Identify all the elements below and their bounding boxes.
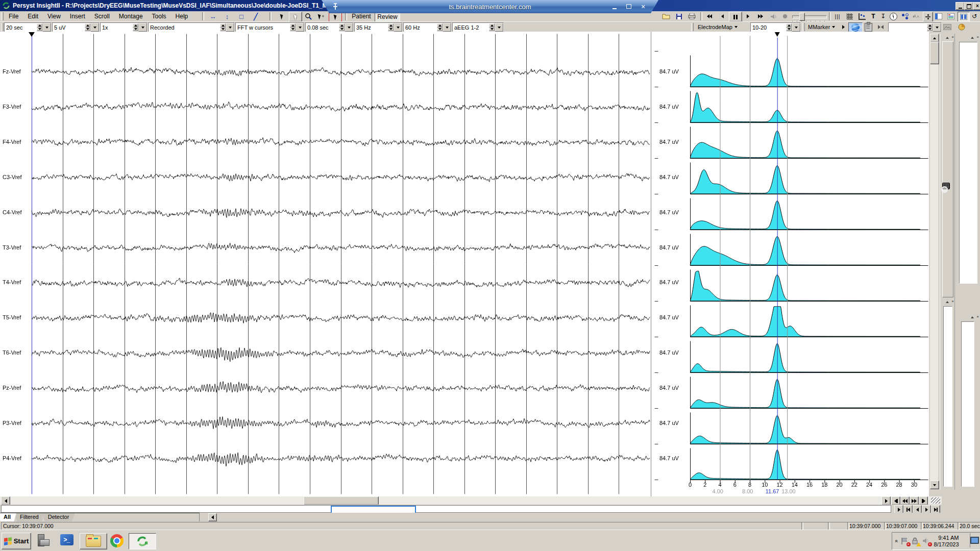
fft-spectra-canvas[interactable] [684,32,929,496]
menu-file[interactable]: File [4,11,23,21]
tray-volume-icon[interactable] [922,537,930,545]
scrollbar-thumb[interactable] [930,42,939,64]
menu-scroll[interactable]: Scroll [90,11,114,21]
drop-marker-button[interactable]: ↧ [878,12,888,21]
table-panel-button[interactable] [933,12,944,21]
speed-slider-track[interactable] [792,15,827,18]
dropdown-arrow-icon[interactable] [90,23,99,32]
tab-detector[interactable]: Detector [42,513,75,521]
pointer-tool-button[interactable] [276,12,288,21]
collapse-icon[interactable] [946,37,949,39]
low-filter-spinner[interactable] [388,23,394,31]
epoch-spinner[interactable] [37,23,42,31]
rebar-handle[interactable] [1,12,4,20]
sensitivity-combo[interactable]: 5 uV [52,22,100,32]
record-button[interactable] [780,12,790,21]
rebar-handle[interactable] [691,23,694,31]
low-filter-combo[interactable]: 35 Hz [354,22,403,32]
menu-view[interactable]: View [43,11,65,21]
montage-spinner[interactable] [220,23,226,31]
clipboard-button[interactable] [863,22,874,32]
fit-height-button[interactable]: ↕ [220,12,234,21]
show-desktop-button[interactable] [970,533,979,547]
tray-network-flag-icon[interactable] [901,537,909,545]
minimize-button[interactable] [955,2,965,10]
dock-panel[interactable] [961,321,974,487]
mmarker-menu[interactable]: MMarker [806,23,837,31]
close-icon[interactable]: × [951,36,954,39]
event-tool-button[interactable] [329,12,342,22]
eeg-traces-canvas[interactable] [0,32,684,496]
dropdown-arrow-icon[interactable] [443,23,451,32]
electrode-map-combo[interactable]: 10-20 [750,22,801,32]
tray-expand-chevron[interactable]: « [894,540,899,543]
scroll-left-button[interactable] [1,496,10,505]
dock-panel[interactable] [943,306,952,487]
rewind-button[interactable] [703,12,716,21]
collapse-icon[interactable] [946,301,949,303]
page-forward-button[interactable] [910,496,919,505]
epoch-combo[interactable]: 20 sec [4,22,52,32]
text-tool-button[interactable]: T [869,12,878,21]
collapse-icon[interactable] [971,316,974,318]
sensitivity-spinner[interactable] [85,23,90,31]
grid-view-button[interactable] [844,12,855,21]
aeeg-spinner[interactable] [489,23,495,31]
scroll-down-button[interactable] [930,481,939,489]
play-button[interactable] [742,12,753,21]
snapshot-button[interactable] [941,22,953,32]
analysis-spinner[interactable] [290,23,296,31]
go-end-button[interactable] [919,496,928,505]
page-view-button[interactable]: □ [235,12,248,21]
time-constant-combo[interactable]: 0.08 sec [305,22,354,32]
fft-scrollbar[interactable] [930,34,938,489]
taskbar-computer-mgmt-icon[interactable] [37,534,49,546]
marker-select-combo[interactable] [888,22,942,32]
tray-update-icon[interactable] [912,537,920,545]
dropdown-arrow-icon[interactable] [226,23,234,32]
dropdown-arrow-icon[interactable] [42,23,51,32]
menu-insert[interactable]: Insert [65,11,90,21]
tab-all[interactable]: All [0,513,16,521]
electrode-map-spinner[interactable] [786,23,792,31]
notch-filter-combo[interactable]: 60 Hz [403,22,452,32]
chart-button[interactable] [955,22,968,32]
start-button[interactable]: Start [2,533,31,549]
world-button[interactable] [848,22,863,33]
taskbar-powershell-icon[interactable] [60,534,74,545]
page-back-button[interactable] [900,496,910,505]
remote-close-button[interactable]: × [638,3,648,10]
marker-nav-button[interactable] [875,22,886,32]
overview-track[interactable] [1,505,891,513]
split-view-button[interactable] [923,12,933,22]
close-icon[interactable]: × [951,300,954,304]
taskbar-explorer-button[interactable] [80,533,107,549]
scroll-up-button[interactable] [930,34,939,42]
close-icon[interactable]: × [976,315,979,319]
analysis-combo[interactable]: FFT w cursors [235,22,305,32]
save-button[interactable] [673,12,685,21]
audio-button[interactable] [768,12,779,21]
report-panel-button[interactable] [945,12,957,21]
time-constant-spinner[interactable] [339,23,345,31]
go-start-button[interactable] [891,496,900,505]
dropdown-arrow-icon[interactable] [345,23,353,32]
collapse-icon[interactable] [971,37,974,39]
pin-icon[interactable] [332,3,339,10]
scroll-right-button[interactable] [881,496,891,505]
close-icon[interactable]: × [976,36,979,39]
zoom-combo[interactable]: 1x [100,22,148,32]
zoom-tool-button[interactable] [302,12,314,21]
refresh-button[interactable]: ↺ [970,12,979,21]
dropdown-arrow-icon[interactable] [933,23,941,32]
restore-button[interactable] [964,2,973,10]
pause-button[interactable] [729,12,742,22]
menu-montage[interactable]: Montage [114,11,148,21]
taskbar-persyst-button[interactable] [129,533,156,549]
dock-panel[interactable] [959,42,977,284]
dropdown-arrow-icon[interactable] [296,23,304,32]
zoom-spinner[interactable] [133,23,138,31]
montage-combo[interactable]: Recorded [148,22,235,32]
menu-tools[interactable]: Tools [148,11,171,21]
remote-restore-button[interactable] [624,3,634,10]
